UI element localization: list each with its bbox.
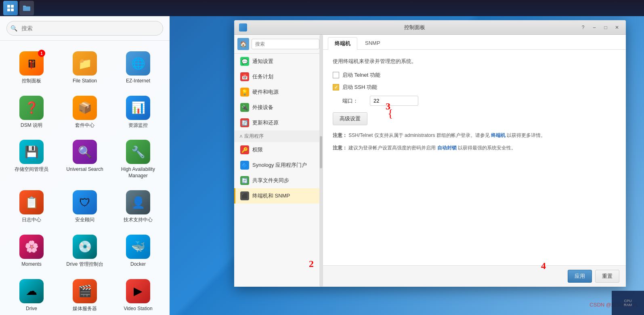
svg-rect-0 [7, 5, 10, 8]
app-item-ez-internet[interactable]: 🌐EZ-Internet [113, 47, 163, 88]
app-item-drive-manager[interactable]: 💿Drive 管理控制台 [60, 231, 110, 272]
cp-menu-label-permissions: 权限 [252, 146, 263, 153]
cp-menu-icon-task-scheduler: 📅 [240, 72, 249, 81]
cp-menu-icon-app-portal: 🔷 [240, 161, 249, 170]
cp-menu-task-scheduler[interactable]: 📅任务计划 [234, 69, 323, 84]
cp-tab-terminal[interactable]: 终端机 [328, 37, 357, 50]
cp-menu-label-app-portal: Synology 应用程序门户 [252, 162, 307, 169]
app-label-package: 套件中心 [75, 122, 94, 129]
cp-tab-snmp[interactable]: SNMP [358, 37, 387, 49]
app-item-universal-search[interactable]: 🔍Universal Search [60, 136, 110, 183]
app-icon-docker: 🐳 [126, 235, 150, 259]
app-icon-media: 🎬 [73, 279, 97, 303]
cp-menu-terminal-snmp[interactable]: ⬛终端机和 SNMP [234, 188, 323, 204]
cp-sidebar: 🏠 💬通知设置📅任务计划💡硬件和电源🔌外接设备🔄更新和还原∧ 应用程序🔑权限🔷S… [234, 35, 323, 287]
app-icon-security: 🛡 [73, 190, 97, 214]
app-item-drive[interactable]: ☁Drive [6, 275, 57, 315]
cp-menu-icon-update: 🔄 [240, 118, 249, 127]
app-item-moments[interactable]: 🌸Moments [6, 231, 57, 272]
telnet-checkbox[interactable] [333, 72, 339, 78]
app-item-control-panel[interactable]: 🖥1控制面板 [6, 47, 57, 88]
note1-link[interactable]: 终端机 [491, 132, 506, 138]
apps-button[interactable] [3, 1, 18, 15]
app-label-universal-search: Universal Search [66, 166, 103, 173]
app-item-file-station[interactable]: 📁File Station [60, 47, 110, 88]
window-minimize-btn[interactable]: – [590, 23, 598, 32]
reset-btn[interactable]: 重置 [595, 270, 619, 283]
ssh-checkbox[interactable] [333, 84, 339, 90]
desktop: 🔍 🖥1控制面板📁File Station🌐EZ-Internet❓DSM 说明… [0, 16, 644, 315]
apply-btn[interactable]: 应用 [568, 270, 592, 283]
cp-menu-notifications[interactable]: 💬通知设置 [234, 54, 323, 69]
app-label-file-station: File Station [73, 78, 97, 84]
search-input[interactable] [6, 21, 163, 36]
window-icon [239, 23, 247, 32]
svg-rect-2 [7, 8, 10, 11]
app-icon-log-center: 📋 [19, 190, 44, 214]
window-close-btn[interactable]: ✕ [613, 23, 621, 32]
sidebar-scroll-thumb[interactable] [320, 136, 322, 168]
app-label-control-panel: 控制面板 [22, 78, 41, 84]
app-icon-drive: ☁ [19, 279, 44, 303]
app-item-dsm-help[interactable]: ❓DSM 说明 [6, 92, 57, 133]
cp-menu-label-task-scheduler: 任务计划 [252, 73, 273, 80]
app-icon-dsm-help: ❓ [19, 96, 44, 120]
cp-menu-label-terminal-snmp: 终端机和 SNMP [252, 192, 290, 200]
cp-menu-label-hardware: 硬件和电源 [252, 88, 279, 96]
cp-menu-label-notifications: 通知设置 [252, 58, 273, 65]
cp-menu-update[interactable]: 🔄更新和还原 [234, 115, 323, 130]
app-label-docker: Docker [130, 261, 146, 268]
cp-tabs: 终端机SNMP [323, 35, 626, 50]
app-item-ha-manager[interactable]: 🔧High Availability Manager [113, 136, 163, 183]
cp-menu-icon-hardware: 💡 [240, 88, 249, 97]
file-station-taskbar-btn[interactable] [19, 1, 34, 15]
cp-menu-external[interactable]: 🔌外接设备 [234, 100, 323, 115]
cp-menu-icon-notifications: 💬 [240, 57, 249, 66]
app-item-docker[interactable]: 🐳Docker [113, 231, 163, 272]
app-item-resource[interactable]: 📊资源监控 [113, 92, 163, 133]
ssh-label: 启动 SSH 功能 [342, 84, 377, 91]
window-body: 🏠 💬通知设置📅任务计划💡硬件和电源🔌外接设备🔄更新和还原∧ 应用程序🔑权限🔷S… [234, 35, 626, 287]
cp-menu-permissions[interactable]: 🔑权限 [234, 142, 323, 158]
app-item-video-station[interactable]: ▶Video Station [113, 275, 163, 315]
window-help-btn[interactable]: ? [579, 23, 587, 32]
app-icon-universal-search: 🔍 [73, 140, 97, 164]
note-2: 注意： 建议为登录帐户设置高强度的密码并启用 自动封锁 以获得最强的系统安全性。 [333, 144, 616, 152]
window-maximize-btn[interactable]: □ [602, 23, 610, 32]
app-item-package[interactable]: 📦套件中心 [60, 92, 110, 133]
cp-search-input[interactable] [252, 39, 319, 49]
app-item-support[interactable]: 👤技术支持中心 [113, 186, 163, 227]
telnet-label: 启动 Telnet 功能 [342, 71, 380, 79]
cp-sidebar-header: 🏠 [234, 35, 323, 54]
app-icon-resource: 📊 [126, 96, 150, 120]
note2-text: 建议为登录帐户设置高强度的密码并启用 [348, 145, 437, 151]
app-item-media[interactable]: 🎬媒体服务器 [60, 275, 110, 315]
app-label-log-center: 日志中心 [22, 217, 41, 223]
app-item-security[interactable]: 🛡安全顾问 [60, 186, 110, 227]
port-input[interactable] [370, 96, 418, 106]
cp-footer: 应用 重置 [323, 265, 626, 287]
cp-menu: 💬通知设置📅任务计划💡硬件和电源🔌外接设备🔄更新和还原∧ 应用程序🔑权限🔷Syn… [234, 54, 323, 204]
resource-cpu-label: CPU [624, 299, 631, 303]
note1-suffix: 以获得更多详情。 [507, 132, 545, 138]
app-label-resource: 资源监控 [128, 122, 148, 129]
cp-section-section-apps: ∧ 应用程序 [234, 130, 323, 142]
cp-menu-icon-permissions: 🔑 [240, 145, 249, 154]
port-row: 端口： [342, 96, 616, 106]
note1-text: SSH/Telnet 仅支持从属于 administrators 群组的帐户登录… [348, 132, 491, 138]
sidebar-scrollbar[interactable] [319, 35, 323, 287]
app-item-storage[interactable]: 💾存储空间管理员 [6, 136, 57, 183]
app-icon-drive-manager: 💿 [73, 235, 97, 259]
resource-ram-label: RAM [624, 303, 632, 307]
cp-menu-icon-shared-sync: 🔄 [240, 176, 249, 185]
app-item-log-center[interactable]: 📋日志中心 [6, 186, 57, 227]
cp-menu-hardware[interactable]: 💡硬件和电源 [234, 84, 323, 100]
app-label-drive-manager: Drive 管理控制台 [66, 261, 103, 268]
advanced-settings-btn[interactable]: 高级设置 [333, 112, 367, 125]
note2-link[interactable]: 自动封锁 [437, 145, 457, 151]
cp-menu-shared-sync[interactable]: 🔄共享文件夹同步 [234, 173, 323, 188]
app-icon-storage: 💾 [19, 140, 44, 164]
cp-home-btn[interactable]: 🏠 [237, 38, 249, 50]
app-label-drive: Drive [26, 306, 37, 312]
cp-menu-app-portal[interactable]: 🔷Synology 应用程序门户 [234, 158, 323, 173]
